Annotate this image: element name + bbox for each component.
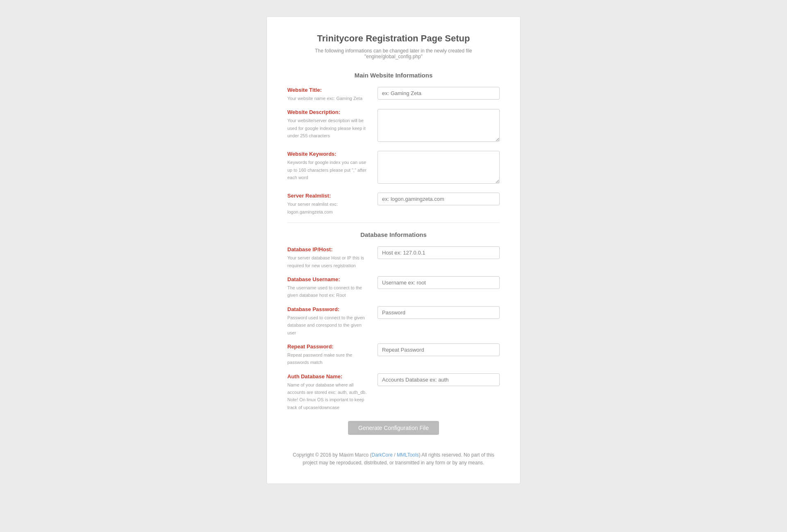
- hint-website-title: Your website name exc: Gaming Zeta: [287, 96, 362, 101]
- label-col-db-host: Database IP/Host: Your server database H…: [287, 246, 378, 269]
- website-title-input[interactable]: [378, 87, 500, 100]
- label-col-website-description: Website Description: Your website/server…: [287, 109, 378, 139]
- hint-server-realmlist: Your server realmlist exc: logon.gamingz…: [287, 202, 338, 214]
- field-row-server-realmlist: Server Realmlist: Your server realmlist …: [287, 193, 500, 215]
- section-title-database: Database Informations: [287, 231, 500, 238]
- label-db-password: Database Password:: [287, 306, 371, 312]
- db-auth-name-input[interactable]: [378, 373, 500, 386]
- label-col-db-repeat-password: Repeat Password: Repeat password make su…: [287, 343, 378, 366]
- hint-website-keywords: Keywords for google index you can use up…: [287, 160, 366, 180]
- label-website-title: Website Title:: [287, 87, 371, 93]
- field-row-db-auth-name: Auth Database Name: Name of your databas…: [287, 373, 500, 411]
- label-col-website-keywords: Website Keywords: Keywords for google in…: [287, 151, 378, 181]
- input-col-website-title: [378, 87, 500, 100]
- input-col-db-auth-name: [378, 373, 500, 386]
- footer-separator: /: [393, 452, 397, 458]
- label-db-username: Database Username:: [287, 276, 371, 282]
- footer-link-mmltools[interactable]: MMLTools: [397, 452, 419, 458]
- page-subtitle: The following informations can be change…: [287, 48, 500, 59]
- input-col-server-realmlist: [378, 193, 500, 205]
- label-server-realmlist: Server Realmlist:: [287, 193, 371, 199]
- label-col-server-realmlist: Server Realmlist: Your server realmlist …: [287, 193, 378, 215]
- page-title: Trinitycore Registration Page Setup: [287, 33, 500, 44]
- registration-card: Trinitycore Registration Page Setup The …: [266, 16, 521, 484]
- hint-db-auth-name: Name of your database where all accounts…: [287, 382, 366, 410]
- footer-text-1: Copyright © 2016 by Maxim Marco (: [293, 452, 371, 458]
- field-row-db-username: Database Username: The username used to …: [287, 276, 500, 299]
- db-username-input[interactable]: [378, 276, 500, 289]
- footer: Copyright © 2016 by Maxim Marco (DarkCor…: [287, 451, 500, 467]
- input-col-website-description: [378, 109, 500, 143]
- hint-db-host: Your server database Host or IP this is …: [287, 255, 364, 268]
- website-keywords-input[interactable]: [378, 151, 500, 184]
- label-col-db-username: Database Username: The username used to …: [287, 276, 378, 299]
- server-realmlist-input[interactable]: [378, 193, 500, 205]
- db-host-input[interactable]: [378, 246, 500, 259]
- label-website-description: Website Description:: [287, 109, 371, 115]
- footer-link-darkcore[interactable]: DarkCore: [372, 452, 393, 458]
- input-col-db-repeat-password: [378, 343, 500, 356]
- input-col-db-password: [378, 306, 500, 319]
- section-title-main: Main Website Informations: [287, 72, 500, 79]
- label-db-auth-name: Auth Database Name:: [287, 373, 371, 380]
- input-col-website-keywords: [378, 151, 500, 185]
- hint-db-password: Password used to connect to the given da…: [287, 315, 365, 335]
- hint-website-description: Your website/server description will be …: [287, 118, 366, 138]
- hint-db-repeat-password: Repeat password make sure the passwords …: [287, 352, 352, 365]
- generate-config-button[interactable]: Generate Configuration File: [348, 421, 439, 435]
- field-row-website-description: Website Description: Your website/server…: [287, 109, 500, 143]
- label-db-repeat-password: Repeat Password:: [287, 343, 371, 350]
- db-password-input[interactable]: [378, 306, 500, 319]
- label-website-keywords: Website Keywords:: [287, 151, 371, 157]
- website-description-input[interactable]: [378, 109, 500, 142]
- field-row-website-title: Website Title: Your website name exc: Ga…: [287, 87, 500, 102]
- section-divider: [287, 223, 500, 223]
- input-col-db-host: [378, 246, 500, 259]
- field-row-website-keywords: Website Keywords: Keywords for google in…: [287, 151, 500, 185]
- input-col-db-username: [378, 276, 500, 289]
- field-row-db-password: Database Password: Password used to conn…: [287, 306, 500, 336]
- label-col-db-auth-name: Auth Database Name: Name of your databas…: [287, 373, 378, 411]
- field-row-db-repeat-password: Repeat Password: Repeat password make su…: [287, 343, 500, 366]
- db-repeat-password-input[interactable]: [378, 343, 500, 356]
- hint-db-username: The username used to connect to the give…: [287, 285, 362, 298]
- label-col-website-title: Website Title: Your website name exc: Ga…: [287, 87, 378, 102]
- label-db-host: Database IP/Host:: [287, 246, 371, 252]
- field-row-db-host: Database IP/Host: Your server database H…: [287, 246, 500, 269]
- label-col-db-password: Database Password: Password used to conn…: [287, 306, 378, 336]
